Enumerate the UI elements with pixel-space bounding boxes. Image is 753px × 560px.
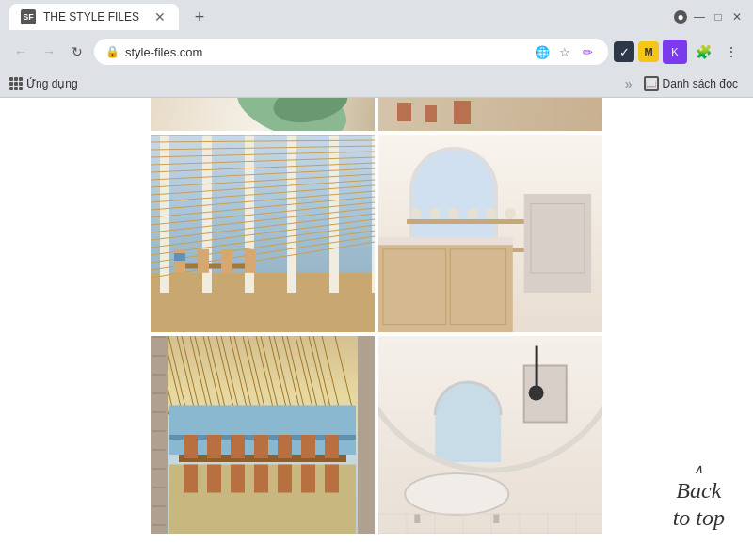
- photo-grid-container: [0, 98, 753, 560]
- profile-icon[interactable]: ●: [674, 10, 687, 24]
- back-to-top-button[interactable]: ∧ Back to top: [673, 462, 725, 532]
- reading-list-icon: 📖: [644, 76, 659, 91]
- new-tab-button[interactable]: +: [186, 4, 213, 30]
- address-text: style-files.com: [125, 45, 527, 59]
- tab-favicon: SF: [21, 9, 36, 24]
- bookmark-icon[interactable]: ☆: [555, 42, 574, 61]
- extensions-icon[interactable]: 🧩: [691, 40, 715, 64]
- photo-bot-right: [378, 336, 602, 534]
- browser-chrome: SF THE STYLE FILES ✕ + ● — □ ✕ ← → ↻: [0, 0, 753, 98]
- close-button[interactable]: ✕: [730, 10, 744, 24]
- photo-mid-right: [378, 135, 602, 332]
- bookmarks-right: » 📖 Danh sách đọc: [625, 74, 744, 93]
- back-to-top-text2: to top: [673, 504, 725, 532]
- bookmark-separator[interactable]: »: [625, 76, 633, 91]
- title-bar: SF THE STYLE FILES ✕ + ● — □ ✕: [0, 0, 753, 34]
- photo-top-right: [378, 98, 602, 131]
- apps-grid-icon: [9, 77, 23, 90]
- toolbar-right: ✓ M K 🧩 ⋮: [614, 40, 744, 64]
- apps-button[interactable]: Ứng dụng: [9, 77, 78, 90]
- photo-grid: [151, 98, 602, 534]
- window-controls: ● — □ ✕: [674, 10, 744, 24]
- photo-top-left: [151, 98, 375, 131]
- bookmarks-bar: Ứng dụng » 📖 Danh sách đọc: [0, 70, 753, 98]
- minimize-button[interactable]: —: [693, 10, 706, 24]
- reading-list-button[interactable]: 📖 Danh sách đọc: [638, 74, 744, 93]
- reload-button[interactable]: ↻: [66, 40, 88, 63]
- address-icons: 🌐 ☆ ✏: [533, 42, 597, 61]
- pen-icon[interactable]: ✏: [578, 42, 597, 61]
- page-content: ∧ Back to top: [0, 98, 753, 560]
- photo-bot-left: [151, 336, 375, 534]
- translate-icon[interactable]: 🌐: [533, 42, 552, 61]
- khoi-icon[interactable]: K: [663, 40, 687, 64]
- reading-list-label: Danh sách đọc: [663, 77, 738, 90]
- back-button[interactable]: ←: [9, 40, 32, 63]
- miro-icon[interactable]: M: [638, 41, 659, 62]
- title-bar-left: SF THE STYLE FILES ✕ +: [9, 4, 213, 30]
- tab-title: THE STYLE FILES: [43, 10, 145, 24]
- lock-icon: 🔒: [105, 45, 120, 58]
- address-box[interactable]: 🔒 style-files.com 🌐 ☆ ✏: [94, 39, 608, 65]
- tab-close-button[interactable]: ✕: [152, 9, 168, 24]
- checkbox-icon[interactable]: ✓: [614, 41, 634, 62]
- photo-mid-left: [151, 135, 375, 332]
- back-to-top-arrow: ∧: [673, 462, 725, 478]
- maximize-button[interactable]: □: [712, 10, 725, 24]
- apps-label: Ứng dụng: [26, 77, 78, 90]
- browser-tab[interactable]: SF THE STYLE FILES ✕: [9, 4, 179, 30]
- address-bar-row: ← → ↻ 🔒 style-files.com 🌐 ☆ ✏ ✓ M K 🧩 ⋮: [0, 34, 753, 70]
- menu-icon[interactable]: ⋮: [719, 40, 744, 64]
- forward-button[interactable]: →: [38, 40, 60, 63]
- back-to-top-text1: Back: [673, 477, 725, 504]
